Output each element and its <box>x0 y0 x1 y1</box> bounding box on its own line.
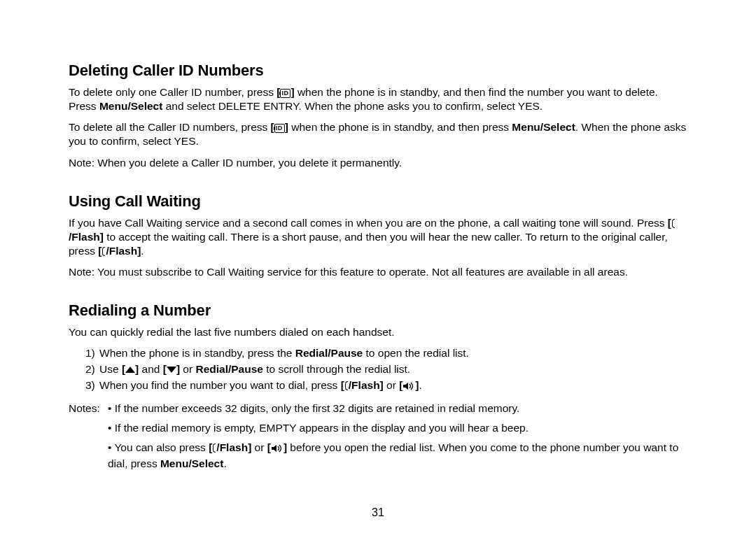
triangle-up-icon <box>125 367 135 373</box>
text: or <box>384 379 399 391</box>
handset-icon <box>102 246 106 256</box>
text: If the number exceeds 32 digits, only th… <box>115 402 520 414</box>
id-icon-group: [ID] <box>276 86 294 98</box>
text: If the redial memory is empty, EMPTY app… <box>115 422 528 434</box>
text: . <box>141 245 144 257</box>
menu-select-label: Menu/Select <box>160 457 223 469</box>
para: To delete all the Caller ID numbers, pre… <box>69 120 687 148</box>
speaker-key: [] <box>267 441 287 453</box>
text: or <box>180 363 195 375</box>
page-number: 31 <box>0 506 756 519</box>
section-redialing: Redialing a Number You can quickly redia… <box>69 301 687 470</box>
menu-select-label: Menu/Select <box>512 121 575 133</box>
list-item: 2)Use [] and [] or Redial/Pause to scrol… <box>85 362 687 377</box>
triangle-down-icon <box>167 367 176 373</box>
list-number: 3) <box>85 378 99 393</box>
text: and select DELETE ENTRY. When the phone … <box>162 100 542 112</box>
flash-label: /Flash] <box>216 441 251 453</box>
redial-pause-label: Redial/Pause <box>295 347 363 359</box>
text: To delete all the Caller ID numbers, pre… <box>69 121 271 133</box>
list-item: 3)When you find the number you want to d… <box>85 378 687 395</box>
id-icon-group: [ID] <box>271 121 288 133</box>
id-icon: ID <box>274 124 285 133</box>
section-call-waiting: Using Call Waiting If you have Call Wait… <box>69 192 687 280</box>
heading-call-waiting: Using Call Waiting <box>69 192 687 211</box>
speaker-icon <box>271 442 284 456</box>
notes-label: Notes: <box>69 402 108 471</box>
flash-label: /Flash] <box>106 245 141 257</box>
text: When you find the number you want to dia… <box>99 379 341 391</box>
text: When the phone is in standby, press the <box>99 347 295 359</box>
menu-select-label: Menu/Select <box>99 100 162 112</box>
text: Use <box>99 363 122 375</box>
para: To delete only one Caller ID number, pre… <box>69 85 687 113</box>
heading-redialing: Redialing a Number <box>69 301 687 320</box>
text: or <box>251 441 267 453</box>
text: To delete only one Caller ID number, pre… <box>69 86 276 98</box>
flash-key: [/Flash] <box>98 245 141 257</box>
text: to scroll through the redial list. <box>263 363 410 375</box>
speaker-icon <box>402 380 415 395</box>
flash-key: [/Flash] <box>209 441 251 453</box>
up-key: [] <box>122 363 139 375</box>
notes-block: Notes: • If the number exceeds 32 digits… <box>69 402 687 471</box>
list-number: 1) <box>85 346 99 361</box>
handset-icon <box>344 381 349 390</box>
handset-icon <box>671 218 676 228</box>
text: If you have Call Waiting service and a s… <box>69 217 668 229</box>
text: and <box>139 363 162 375</box>
text: . <box>419 379 422 391</box>
speaker-key: [] <box>399 379 419 391</box>
id-icon: ID <box>280 89 290 98</box>
ordered-list: 1)When the phone is in standby, press th… <box>85 346 687 395</box>
flash-label: /Flash] <box>69 231 104 243</box>
bullet-icon: • <box>108 402 115 414</box>
para-note: Note: You must subscribe to Call Waiting… <box>69 265 687 279</box>
handset-icon <box>212 443 216 453</box>
down-key: [] <box>163 363 180 375</box>
heading-deleting: Deleting Caller ID Numbers <box>69 62 687 80</box>
text: when the phone is in standby, and then p… <box>288 121 512 133</box>
bullet-icon: • <box>108 422 115 434</box>
note-item: • If the number exceeds 32 digits, only … <box>108 402 687 416</box>
note-item: • You can also press [/Flash] or [] befo… <box>108 441 687 470</box>
list-number: 2) <box>85 362 99 377</box>
list-item: 1)When the phone is in standby, press th… <box>85 346 687 361</box>
para: You can quickly redial the last five num… <box>69 325 687 339</box>
flash-key: [/Flash] <box>341 379 384 391</box>
flash-label: /Flash] <box>349 379 384 391</box>
text: to accept the waiting call. There is a s… <box>69 231 668 257</box>
text: . <box>223 457 226 469</box>
note-item: • If the redial memory is empty, EMPTY a… <box>108 421 687 435</box>
redial-pause-label: Redial/Pause <box>195 363 263 375</box>
para: If you have Call Waiting service and a s… <box>69 216 687 258</box>
section-deleting-caller-id: Deleting Caller ID Numbers To delete onl… <box>69 62 687 170</box>
para-note: Note: When you delete a Caller ID number… <box>69 156 687 170</box>
text: to open the redial list. <box>363 347 469 359</box>
text: You can also press <box>114 441 209 453</box>
